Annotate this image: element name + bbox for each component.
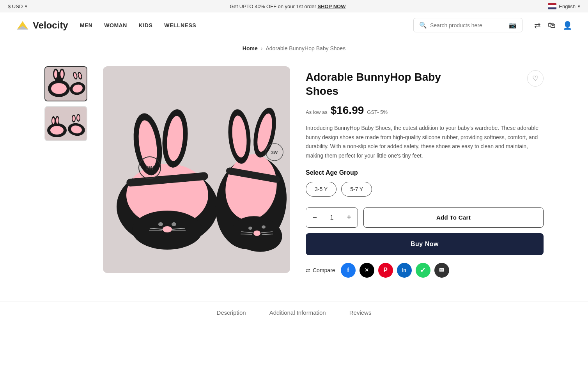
facebook-share-button[interactable]: f: [341, 263, 356, 278]
promo-banner: Get UPTO 40% OFF on your 1st order SHOP …: [27, 4, 548, 9]
breadcrumb-separator: ›: [261, 45, 263, 51]
tab-additional-info[interactable]: Additional Information: [269, 309, 326, 317]
top-banner: $ USD ▾ Get UPTO 40% OFF on your 1st ord…: [0, 0, 588, 12]
product-thumbnails: [44, 66, 87, 278]
thumbnail-1[interactable]: [44, 66, 87, 101]
compare-icon[interactable]: ⇄: [534, 21, 541, 30]
product-description: Introducing BunnyHop Baby Shoes, the cut…: [306, 124, 544, 161]
nav-men[interactable]: MEN: [80, 22, 93, 28]
compare-button[interactable]: ⇄ Compare: [306, 267, 335, 273]
compare-icon: ⇄: [306, 267, 310, 273]
social-icons: f ✕ P in ✓ ✉: [341, 263, 449, 278]
gst-label: GST- 5%: [367, 109, 388, 115]
wishlist-button[interactable]: ♡: [527, 70, 544, 87]
share-row: ⇄ Compare f ✕ P in ✓ ✉: [306, 263, 544, 278]
age-options: 3-5 Y 5-7 Y: [306, 182, 544, 197]
product-title-row: Adorable BunnyHop Baby Shoes ♡: [306, 70, 544, 99]
language-label: English: [559, 4, 576, 9]
quantity-decrease-button[interactable]: −: [306, 208, 323, 227]
quantity-increase-button[interactable]: +: [340, 208, 358, 227]
age-btn-5-7y[interactable]: 5-7 Y: [341, 182, 372, 197]
search-input[interactable]: [430, 22, 506, 28]
nav-kids[interactable]: KIDS: [139, 22, 152, 28]
account-icon[interactable]: 👤: [563, 21, 572, 30]
product-tabs: Description Additional Information Revie…: [0, 301, 588, 325]
product-price: $16.99: [331, 104, 364, 117]
email-share-button[interactable]: ✉: [434, 263, 449, 278]
svg-point-5: [51, 83, 67, 94]
svg-point-23: [56, 117, 58, 124]
svg-point-9: [60, 70, 64, 78]
add-to-cart-button[interactable]: Add To Cart: [363, 207, 544, 228]
header: Velocity MEN WOMAN KIDS WELLNESS 🔍 📷 ⇄ 🛍…: [0, 12, 588, 38]
cart-icon[interactable]: 🛍: [548, 21, 556, 30]
main-image-display: 3W: [103, 66, 290, 273]
currency-selector[interactable]: $ USD ▾: [8, 4, 27, 9]
thumbnail-image-2: [45, 107, 87, 141]
language-selector[interactable]: English ▾: [548, 3, 580, 9]
nav-woman[interactable]: WOMAN: [104, 22, 127, 28]
svg-point-19: [50, 126, 64, 135]
buy-now-button[interactable]: Buy Now: [306, 233, 544, 255]
linkedin-share-button[interactable]: in: [397, 263, 412, 278]
svg-line-56: [241, 234, 252, 234]
main-product-image: 3W: [103, 66, 290, 278]
svg-point-53: [248, 227, 252, 230]
currency-label: $ USD: [8, 4, 23, 9]
tab-description[interactable]: Description: [217, 309, 246, 317]
price-row: As low as $16.99 GST- 5%: [306, 104, 544, 117]
shop-now-link[interactable]: SHOP NOW: [317, 4, 345, 9]
svg-point-41: [172, 222, 176, 226]
camera-icon[interactable]: 📷: [509, 21, 517, 29]
twitter-share-button[interactable]: ✕: [360, 263, 374, 278]
svg-point-40: [158, 222, 163, 226]
svg-point-22: [52, 118, 55, 124]
pinterest-share-button[interactable]: P: [378, 263, 393, 278]
svg-text:3W: 3W: [146, 165, 154, 171]
quantity-control: − 1 +: [306, 207, 358, 228]
thumbnail-2[interactable]: [44, 106, 87, 141]
svg-point-28: [73, 116, 75, 121]
promo-text: Get UPTO 40% OFF on your 1st order: [230, 4, 317, 9]
svg-point-54: [262, 225, 266, 229]
language-chevron: ▾: [578, 4, 580, 9]
svg-point-35: [163, 226, 172, 232]
svg-point-29: [77, 115, 80, 121]
product-info: Adorable BunnyHop Baby Shoes ♡ As low as…: [306, 66, 544, 278]
svg-point-52: [253, 230, 260, 236]
breadcrumb: Home › Adorable BunnyHop Baby Shoes: [0, 38, 588, 58]
svg-point-8: [54, 70, 57, 78]
product-title: Adorable BunnyHop Baby Shoes: [306, 70, 469, 99]
logo-icon: [16, 18, 30, 32]
thumbnail-image-1: [45, 67, 87, 101]
age-btn-3-5y[interactable]: 3-5 Y: [306, 182, 337, 197]
svg-text:3W: 3W: [271, 150, 278, 155]
compare-label: Compare: [313, 267, 335, 273]
as-low-as-label: As low as: [306, 109, 328, 115]
age-group-label: Select Age Group: [306, 169, 544, 176]
logo-text: Velocity: [33, 20, 68, 31]
header-actions: ⇄ 🛍 👤: [534, 21, 572, 30]
main-nav: MEN WOMAN KIDS WELLNESS: [80, 22, 402, 28]
whatsapp-share-button[interactable]: ✓: [416, 263, 430, 278]
flag-icon: [548, 3, 556, 9]
tab-reviews[interactable]: Reviews: [349, 309, 372, 317]
quantity-value: 1: [323, 214, 340, 221]
product-area: 3W: [21, 58, 567, 293]
nav-wellness[interactable]: WELLNESS: [164, 22, 196, 28]
breadcrumb-home[interactable]: Home: [243, 45, 258, 51]
product-svg: 3W: [103, 66, 290, 273]
logo[interactable]: Velocity: [16, 18, 68, 32]
cart-row: − 1 + Add To Cart: [306, 207, 544, 228]
breadcrumb-current: Adorable BunnyHop Baby Shoes: [266, 45, 345, 51]
search-bar[interactable]: 🔍 📷: [413, 18, 522, 32]
search-icon: 🔍: [419, 21, 427, 29]
